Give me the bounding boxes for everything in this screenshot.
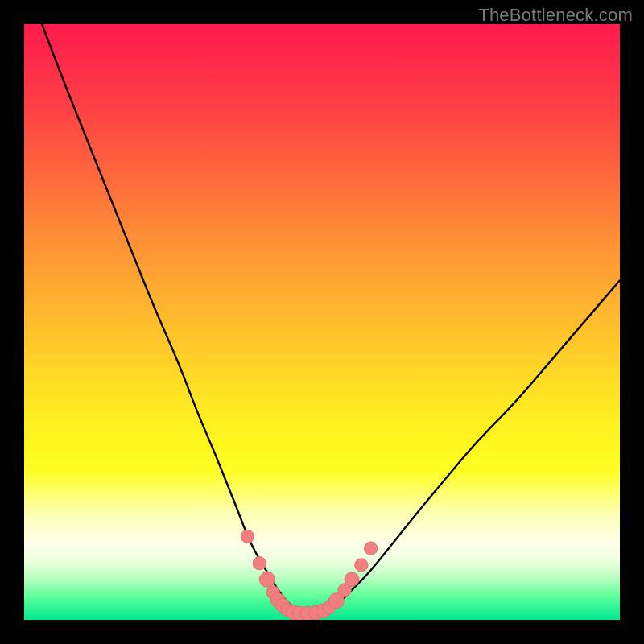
watermark-text: TheBottleneck.com <box>478 5 633 26</box>
bottleneck-curve <box>42 24 620 613</box>
curve-marker <box>355 559 368 572</box>
curve-marker <box>241 530 254 543</box>
curve-svg <box>24 24 620 620</box>
curve-marker <box>345 572 359 587</box>
curve-marker <box>259 572 275 587</box>
curve-marker <box>365 542 378 555</box>
curve-markers <box>241 530 377 620</box>
plot-area <box>24 24 620 620</box>
curve-marker <box>253 557 266 570</box>
chart-frame: TheBottleneck.com <box>0 0 644 644</box>
